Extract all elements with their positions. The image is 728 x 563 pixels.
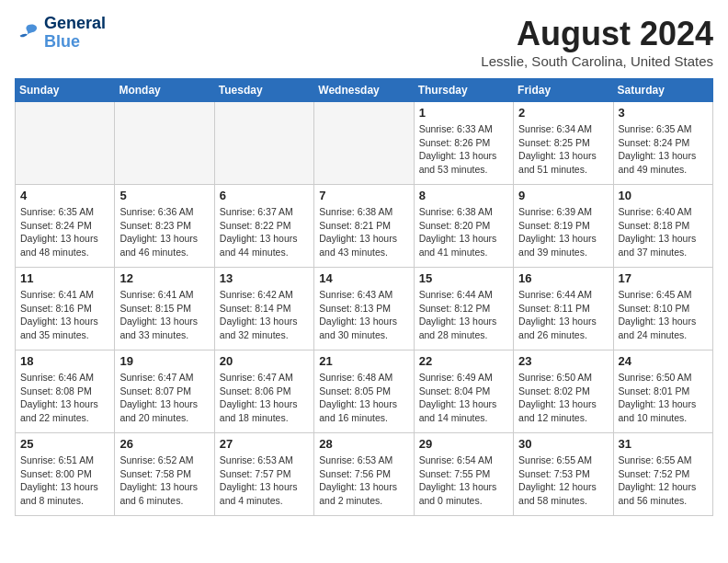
calendar-week-3: 11Sunrise: 6:41 AM Sunset: 8:16 PM Dayli…: [16, 268, 713, 350]
logo-icon: [15, 20, 40, 46]
calendar-cell: 10Sunrise: 6:40 AM Sunset: 8:18 PM Dayli…: [613, 185, 712, 268]
day-info: Sunrise: 6:46 AM Sunset: 8:08 PM Dayligh…: [20, 371, 109, 425]
calendar-week-4: 18Sunrise: 6:46 AM Sunset: 8:08 PM Dayli…: [16, 350, 713, 433]
calendar-cell: 31Sunrise: 6:55 AM Sunset: 7:52 PM Dayli…: [613, 433, 712, 516]
calendar-cell: [314, 102, 414, 185]
day-info: Sunrise: 6:38 AM Sunset: 8:21 PM Dayligh…: [319, 205, 408, 259]
calendar-cell: 6Sunrise: 6:37 AM Sunset: 8:22 PM Daylig…: [214, 185, 313, 268]
day-info: Sunrise: 6:51 AM Sunset: 8:00 PM Dayligh…: [20, 454, 109, 508]
day-number: 5: [119, 189, 209, 202]
day-info: Sunrise: 6:33 AM Sunset: 8:26 PM Dayligh…: [419, 122, 508, 177]
calendar-cell: 13Sunrise: 6:42 AM Sunset: 8:14 PM Dayli…: [214, 268, 313, 350]
weekday-header-friday: Friday: [514, 79, 613, 102]
calendar-table: SundayMondayTuesdayWednesdayThursdayFrid…: [15, 78, 713, 516]
day-info: Sunrise: 6:44 AM Sunset: 8:12 PM Dayligh…: [419, 288, 508, 342]
day-number: 17: [619, 271, 708, 285]
calendar-cell: 14Sunrise: 6:43 AM Sunset: 8:13 PM Dayli…: [314, 268, 414, 350]
day-number: 20: [220, 354, 309, 368]
day-info: Sunrise: 6:38 AM Sunset: 8:20 PM Dayligh…: [419, 205, 508, 259]
day-number: 16: [518, 271, 608, 285]
calendar-cell: 27Sunrise: 6:53 AM Sunset: 7:57 PM Dayli…: [214, 433, 313, 516]
calendar-cell: 24Sunrise: 6:50 AM Sunset: 8:01 PM Dayli…: [613, 350, 712, 433]
calendar-cell: 26Sunrise: 6:52 AM Sunset: 7:58 PM Dayli…: [115, 433, 214, 516]
calendar-cell: 11Sunrise: 6:41 AM Sunset: 8:16 PM Dayli…: [16, 268, 115, 350]
day-info: Sunrise: 6:45 AM Sunset: 8:10 PM Dayligh…: [619, 288, 708, 342]
day-info: Sunrise: 6:49 AM Sunset: 8:04 PM Dayligh…: [419, 371, 508, 425]
day-info: Sunrise: 6:55 AM Sunset: 7:53 PM Dayligh…: [518, 454, 608, 508]
calendar-cell: 8Sunrise: 6:38 AM Sunset: 8:20 PM Daylig…: [414, 185, 513, 268]
day-info: Sunrise: 6:42 AM Sunset: 8:14 PM Dayligh…: [220, 288, 309, 342]
calendar-cell: 30Sunrise: 6:55 AM Sunset: 7:53 PM Dayli…: [514, 433, 613, 516]
location: Lesslie, South Carolina, United States: [481, 53, 713, 69]
month-title: August 2024: [481, 15, 713, 53]
calendar-cell: 25Sunrise: 6:51 AM Sunset: 8:00 PM Dayli…: [16, 433, 115, 516]
calendar-cell: 17Sunrise: 6:45 AM Sunset: 8:10 PM Dayli…: [613, 268, 712, 350]
calendar-cell: 9Sunrise: 6:39 AM Sunset: 8:19 PM Daylig…: [514, 185, 613, 268]
day-number: 6: [220, 189, 309, 202]
day-number: 29: [419, 437, 508, 451]
day-info: Sunrise: 6:35 AM Sunset: 8:24 PM Dayligh…: [619, 122, 708, 177]
day-number: 19: [119, 354, 209, 368]
day-number: 27: [220, 437, 309, 451]
calendar-week-2: 4Sunrise: 6:35 AM Sunset: 8:24 PM Daylig…: [16, 185, 713, 268]
weekday-header-tuesday: Tuesday: [214, 79, 313, 102]
calendar-cell: [115, 102, 214, 185]
day-number: 9: [518, 189, 608, 202]
day-number: 26: [119, 437, 209, 451]
day-info: Sunrise: 6:52 AM Sunset: 7:58 PM Dayligh…: [119, 454, 209, 508]
day-number: 15: [419, 271, 508, 285]
day-number: 1: [419, 106, 508, 120]
day-number: 3: [619, 106, 708, 120]
day-number: 13: [220, 271, 309, 285]
day-info: Sunrise: 6:35 AM Sunset: 8:24 PM Dayligh…: [20, 205, 109, 259]
calendar-cell: 5Sunrise: 6:36 AM Sunset: 8:23 PM Daylig…: [115, 185, 214, 268]
day-info: Sunrise: 6:34 AM Sunset: 8:25 PM Dayligh…: [518, 122, 608, 177]
calendar-cell: 18Sunrise: 6:46 AM Sunset: 8:08 PM Dayli…: [16, 350, 115, 433]
day-number: 25: [20, 437, 109, 451]
day-number: 28: [319, 437, 408, 451]
calendar-cell: 4Sunrise: 6:35 AM Sunset: 8:24 PM Daylig…: [16, 185, 115, 268]
logo: General Blue: [15, 15, 106, 52]
day-number: 2: [518, 106, 608, 120]
calendar-cell: 16Sunrise: 6:44 AM Sunset: 8:11 PM Dayli…: [514, 268, 613, 350]
day-number: 12: [119, 271, 209, 285]
day-info: Sunrise: 6:53 AM Sunset: 7:57 PM Dayligh…: [220, 454, 309, 508]
day-number: 24: [619, 354, 708, 368]
day-info: Sunrise: 6:55 AM Sunset: 7:52 PM Dayligh…: [619, 454, 708, 508]
calendar-week-5: 25Sunrise: 6:51 AM Sunset: 8:00 PM Dayli…: [16, 433, 713, 516]
day-info: Sunrise: 6:41 AM Sunset: 8:16 PM Dayligh…: [20, 288, 109, 342]
calendar-header: SundayMondayTuesdayWednesdayThursdayFrid…: [16, 79, 713, 102]
calendar-cell: 2Sunrise: 6:34 AM Sunset: 8:25 PM Daylig…: [514, 102, 613, 185]
day-number: 22: [419, 354, 508, 368]
day-info: Sunrise: 6:54 AM Sunset: 7:55 PM Dayligh…: [419, 454, 508, 508]
title-block: August 2024 Lesslie, South Carolina, Uni…: [481, 15, 713, 69]
day-info: Sunrise: 6:43 AM Sunset: 8:13 PM Dayligh…: [319, 288, 408, 342]
calendar-cell: 19Sunrise: 6:47 AM Sunset: 8:07 PM Dayli…: [115, 350, 214, 433]
calendar-cell: 12Sunrise: 6:41 AM Sunset: 8:15 PM Dayli…: [115, 268, 214, 350]
weekday-header-wednesday: Wednesday: [314, 79, 414, 102]
calendar-cell: 29Sunrise: 6:54 AM Sunset: 7:55 PM Dayli…: [414, 433, 513, 516]
day-number: 8: [419, 189, 508, 202]
weekday-header-thursday: Thursday: [414, 79, 513, 102]
calendar-cell: 1Sunrise: 6:33 AM Sunset: 8:26 PM Daylig…: [414, 102, 513, 185]
day-info: Sunrise: 6:53 AM Sunset: 7:56 PM Dayligh…: [319, 454, 408, 508]
day-info: Sunrise: 6:44 AM Sunset: 8:11 PM Dayligh…: [518, 288, 608, 342]
day-info: Sunrise: 6:47 AM Sunset: 8:06 PM Dayligh…: [220, 371, 309, 425]
day-number: 21: [319, 354, 408, 368]
day-number: 14: [319, 271, 408, 285]
weekday-header-sunday: Sunday: [16, 79, 115, 102]
weekday-header-monday: Monday: [115, 79, 214, 102]
day-number: 10: [619, 189, 708, 202]
day-info: Sunrise: 6:36 AM Sunset: 8:23 PM Dayligh…: [119, 205, 209, 259]
calendar-cell: 7Sunrise: 6:38 AM Sunset: 8:21 PM Daylig…: [314, 185, 414, 268]
calendar-cell: [16, 102, 115, 185]
weekday-header-saturday: Saturday: [613, 79, 712, 102]
day-info: Sunrise: 6:50 AM Sunset: 8:01 PM Dayligh…: [619, 371, 708, 425]
day-number: 7: [319, 189, 408, 202]
calendar-cell: 3Sunrise: 6:35 AM Sunset: 8:24 PM Daylig…: [613, 102, 712, 185]
day-info: Sunrise: 6:37 AM Sunset: 8:22 PM Dayligh…: [220, 205, 309, 259]
day-number: 31: [619, 437, 708, 451]
day-info: Sunrise: 6:48 AM Sunset: 8:05 PM Dayligh…: [319, 371, 408, 425]
logo-text: General Blue: [44, 15, 106, 52]
day-info: Sunrise: 6:47 AM Sunset: 8:07 PM Dayligh…: [119, 371, 209, 425]
